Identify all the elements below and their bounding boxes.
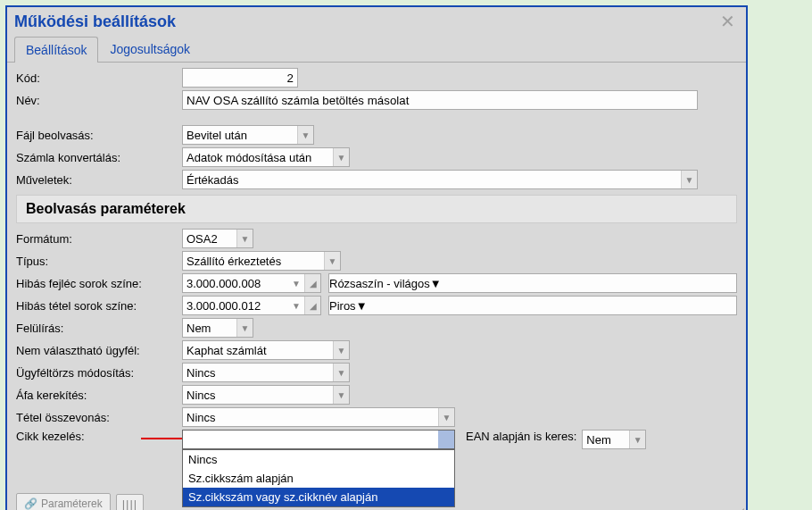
label-tetel: Tétel összevonás: [16, 411, 182, 424]
chevron-down-icon: ▼ [629, 431, 645, 448]
afa-select[interactable]: Nincs ▼ [182, 385, 350, 405]
section-header: Beolvasás paraméterek [16, 195, 737, 223]
cikk-dropdown: Nincs Sz.cikkszám alapján Sz.cikkszám va… [182, 449, 455, 507]
chevron-down-icon: ▼ [438, 408, 454, 426]
chevron-down-icon: ▼ [333, 341, 349, 359]
close-icon[interactable]: ✕ [717, 11, 739, 32]
hibas-tetel-color-select[interactable]: Piros ▼ [328, 296, 737, 315]
chevron-down-icon: ▼ [681, 171, 697, 188]
barcode-icon: |||| [122, 497, 138, 511]
tipus-select[interactable]: Szállító érkeztetés ▼ [182, 251, 341, 271]
titlebar: Működési beállítások ✕ [7, 7, 746, 32]
tipus-select-text: Szállító érkeztetés [183, 255, 324, 268]
muv-select[interactable]: Értékadás ▼ [182, 170, 698, 189]
cikk-option-cikkszam-cikknev[interactable]: Sz.cikkszám vagy sz.cikknév alapján [183, 488, 454, 506]
tab-permissions[interactable]: Jogosultságok [98, 36, 202, 62]
label-kod: Kód: [16, 71, 182, 85]
ugyfel-select-text: Nincs [183, 366, 333, 380]
dropdown-toggle-icon: ◢ [304, 297, 320, 314]
formatum-select-text: OSA2 [183, 232, 236, 246]
ugyfel-select[interactable]: Nincs ▼ [182, 363, 350, 382]
cikk-option-cikkszam[interactable]: Sz.cikkszám alapján [183, 469, 454, 488]
ean-select[interactable]: Nem ▼ [582, 430, 646, 449]
hibas-fejlec-color-text: Rózsaszín - világos [329, 277, 430, 290]
resize-handle-icon[interactable]: ◢ [734, 506, 744, 510]
label-hibas-fejlec: Hibás fejléc sorok színe: [16, 277, 182, 290]
muv-select-text: Értékadás [183, 173, 681, 187]
label-szamla: Számla konvertálás: [16, 151, 182, 164]
hibas-fejlec-code-text: 3.000.000.008 [183, 277, 288, 290]
tetel-select[interactable]: Nincs ▼ [182, 407, 455, 427]
hibas-tetel-code-text: 3.000.000.012 [183, 299, 288, 313]
tab-settings[interactable]: Beállítások [14, 37, 98, 63]
label-fajl: Fájl beolvasás: [16, 129, 182, 142]
barcode-button[interactable]: |||| [116, 494, 145, 511]
label-afa: Áfa kerekítés: [16, 389, 182, 402]
label-ean: EAN alapján is keres: [466, 430, 576, 443]
chevron-down-icon: ▼ [236, 319, 253, 337]
window-title: Működési beállítások [14, 13, 176, 31]
label-tipus: Típus: [16, 255, 182, 268]
szamla-select[interactable]: Adatok módosítása után ▼ [182, 147, 350, 167]
label-nev: Név: [16, 94, 182, 107]
cikk-option-nincs[interactable]: Nincs [183, 450, 454, 469]
tetel-select-text: Nincs [183, 411, 438, 424]
cikk-select[interactable] [182, 430, 455, 449]
label-felul: Felülírás: [16, 322, 182, 335]
label-ugyfel: Ügyféltörzs módosítás: [16, 366, 182, 380]
chevron-down-icon: ▼ [356, 299, 368, 313]
label-nemval: Nem választható ügyfél: [16, 344, 182, 357]
chevron-down-icon: ▼ [333, 364, 349, 381]
nev-input[interactable] [182, 90, 698, 110]
parameterek-button[interactable]: 🔗 Paraméterek [16, 493, 111, 510]
fajl-select[interactable]: Bevitel után ▼ [182, 125, 314, 145]
chevron-down-icon: ▼ [288, 301, 304, 311]
chevron-down-icon: ▼ [333, 386, 349, 404]
content-area: Kód: Név: Fájl beolvasás: Bevitel után ▼… [7, 63, 746, 488]
link-icon: 🔗 [24, 497, 37, 510]
hibas-fejlec-color-select[interactable]: Rózsaszín - világos ▼ [328, 273, 737, 293]
kod-input[interactable] [182, 68, 298, 88]
nemval-select-text: Kaphat számlát [183, 344, 333, 357]
chevron-down-icon: ▼ [297, 126, 313, 144]
felul-select-text: Nem [183, 322, 236, 335]
label-formatum: Formátum: [16, 232, 182, 246]
label-muv: Műveletek: [16, 173, 182, 187]
chevron-down-icon: ▼ [324, 252, 340, 270]
afa-select-text: Nincs [183, 389, 333, 402]
nemval-select[interactable]: Kaphat számlát ▼ [182, 340, 350, 360]
hibas-tetel-code-select[interactable]: 3.000.000.012 ▼ ◢ [182, 296, 321, 315]
hibas-fejlec-code-select[interactable]: 3.000.000.008 ▼ ◢ [182, 273, 321, 293]
chevron-down-icon: ▼ [430, 277, 442, 290]
tab-bar: Beállítások Jogosultságok [7, 32, 746, 63]
hibas-tetel-color-text: Piros [329, 299, 356, 313]
fajl-select-text: Bevitel után [183, 129, 297, 142]
parameterek-button-label: Paraméterek [41, 497, 103, 510]
szamla-select-text: Adatok módosítása után [183, 151, 333, 164]
dropdown-toggle-icon: ◢ [304, 274, 320, 292]
chevron-down-icon: ▼ [288, 279, 304, 288]
chevron-down-icon: ▼ [333, 148, 349, 166]
ean-select-text: Nem [583, 433, 629, 447]
chevron-down-icon: ▼ [236, 230, 253, 247]
label-hibas-tetel: Hibás tétel sorok színe: [16, 299, 182, 313]
formatum-select[interactable]: OSA2 ▼ [182, 229, 253, 248]
settings-window: Működési beállítások ✕ Beállítások Jogos… [5, 5, 748, 510]
felul-select[interactable]: Nem ▼ [182, 318, 253, 338]
label-cikk: Cikk kezelés: [16, 430, 182, 443]
